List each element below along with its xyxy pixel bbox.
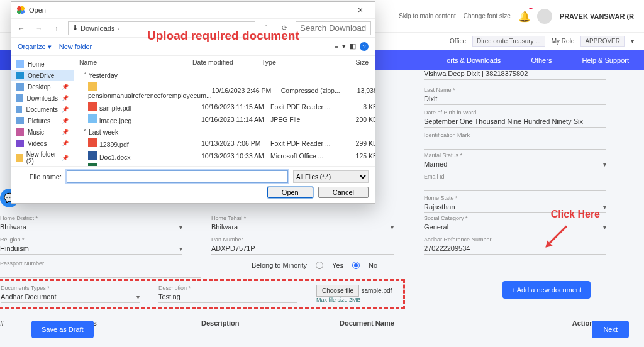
choose-file-button[interactable]: Choose file: [316, 285, 359, 297]
sidebar-item-pictures[interactable]: Pictures📌: [11, 115, 74, 126]
add-document-button[interactable]: + Add a new document: [502, 281, 591, 299]
pin-icon: 📌: [62, 140, 69, 146]
file-group[interactable]: Yesterday: [74, 69, 375, 80]
hdist-label: Home District *: [0, 215, 182, 221]
htehsil-label: Home Tehsil *: [211, 215, 394, 221]
idmark-label: Identification Mark: [424, 132, 606, 138]
click-here-annotation: Click Here: [551, 209, 600, 220]
sidebar-label: Documents: [26, 106, 58, 113]
sidebar-item-onedrive[interactable]: OneDrive: [11, 70, 74, 81]
office-select[interactable]: Directorate Treasury ...: [472, 36, 545, 47]
pin-icon: 📌: [62, 129, 69, 135]
bell-icon[interactable]: 🔔: [518, 11, 530, 22]
new-folder-button[interactable]: New folder: [59, 43, 92, 50]
idmark-input[interactable]: [424, 138, 606, 150]
doctype-label: Documents Types *: [1, 285, 140, 291]
folder-icon: [16, 106, 22, 113]
filename-input[interactable]: [67, 170, 288, 183]
view-list-icon[interactable]: ≡: [335, 42, 338, 51]
sidebar-item-videos[interactable]: Videos📌: [11, 138, 74, 149]
file-row[interactable]: sample.pdf10/16/2023 11:15 AMFoxit PDF R…: [74, 101, 375, 113]
sidebar-item-downloads[interactable]: Downloads📌: [11, 92, 74, 104]
sidebar-item-new-folder-2-[interactable]: New folder (2)📌: [11, 149, 74, 166]
pin-icon: 📌: [62, 106, 69, 113]
file-row[interactable]: pensionmanualreferenceforemployeeum...10…: [74, 80, 375, 101]
minority-label: Belong to Minority: [252, 262, 307, 269]
search-input[interactable]: [296, 21, 371, 35]
col-docname: Document Name: [340, 319, 465, 327]
font-size-link[interactable]: Change font size: [464, 13, 511, 19]
folder-icon: [16, 83, 24, 91]
religion-select[interactable]: Hinduism: [0, 243, 182, 255]
pin-icon: 📌: [62, 84, 69, 90]
max-file-size: Max file size 2MB: [316, 297, 361, 303]
open-button[interactable]: Open: [267, 187, 313, 198]
folder-icon: [16, 117, 24, 124]
col-name[interactable]: Name: [79, 58, 192, 66]
folder-icon: [16, 94, 23, 102]
sidebar-item-desktop[interactable]: Desktop📌: [11, 81, 74, 92]
no-label: No: [369, 262, 377, 269]
sidebar-label: Home: [28, 61, 45, 68]
download-folder-icon: ⬇: [72, 24, 78, 32]
folder-icon: [16, 154, 23, 162]
docdesc-label: Description *: [158, 285, 297, 291]
sidebar-label: Pictures: [28, 118, 50, 124]
sidebar-item-documents[interactable]: Documents📌: [11, 104, 74, 115]
next-button[interactable]: Next: [592, 321, 629, 338]
sidebar-label: Videos: [28, 140, 47, 147]
lastname-input[interactable]: Dixit: [424, 93, 606, 105]
file-icon: [88, 114, 97, 123]
sidebar-label: OneDrive: [28, 72, 54, 79]
chevron-down-icon[interactable]: ▾: [631, 38, 634, 45]
file-row[interactable]: image.jpeg10/16/2023 11:14 AMJPEG File20…: [74, 113, 375, 126]
doctype-select[interactable]: Aadhar Document: [1, 291, 140, 303]
file-row[interactable]: 12899.pdf10/13/2023 7:06 PMFoxit PDF Rea…: [74, 137, 375, 150]
file-icon: [88, 82, 97, 91]
organize-menu[interactable]: Organize ▾: [18, 43, 52, 51]
help-icon[interactable]: ?: [360, 42, 369, 51]
save-draft-button[interactable]: Save as Draft: [31, 321, 94, 338]
cancel-button[interactable]: Cancel: [318, 187, 369, 198]
up-icon[interactable]: ↑: [50, 25, 63, 32]
role-select[interactable]: APPROVER: [580, 36, 625, 47]
yes-label: Yes: [332, 262, 343, 269]
dialog-title: Open: [29, 6, 46, 14]
file-group[interactable]: Last week: [74, 126, 375, 137]
col-date[interactable]: Date modified: [192, 58, 262, 66]
minority-no-radio[interactable]: [352, 262, 360, 269]
sidebar-item-home[interactable]: Home: [11, 58, 74, 70]
mstatus-select[interactable]: Married: [424, 158, 606, 170]
path-crumb[interactable]: Downloads: [80, 25, 114, 32]
upload-annotation: Upload required document: [147, 29, 299, 43]
hdist-select[interactable]: Bhilwara: [0, 221, 182, 233]
chrome-icon: [16, 6, 25, 14]
filetype-select[interactable]: All Files (*.*): [293, 170, 369, 183]
file-icon: [88, 138, 97, 147]
col-type[interactable]: Type: [262, 58, 331, 66]
lastname-label: Last Name *: [424, 87, 606, 93]
pin-icon: 📌: [62, 155, 69, 161]
hstate-label: Home State *: [424, 195, 606, 201]
back-icon[interactable]: ←: [15, 25, 28, 32]
sidebar-item-music[interactable]: Music📌: [11, 126, 74, 138]
minority-yes-radio[interactable]: [316, 262, 323, 269]
scat-select[interactable]: General: [424, 221, 606, 233]
aadhar-input[interactable]: 270222209534: [424, 243, 606, 255]
avatar[interactable]: [537, 9, 552, 24]
skip-link[interactable]: Skip to main content: [399, 13, 456, 19]
document-upload-row: Documents Types *Aadhar Document Descrip…: [0, 279, 405, 309]
mstatus-label: Marital Status *: [424, 152, 606, 158]
email-input[interactable]: [424, 180, 606, 191]
htehsil-select[interactable]: Bhilwara: [211, 221, 394, 233]
col-size[interactable]: Size: [331, 58, 369, 66]
chosen-file: sample.pdf: [361, 287, 392, 294]
close-icon[interactable]: ×: [351, 5, 370, 15]
preview-icon[interactable]: ◧: [350, 42, 356, 51]
passport-label: Passport Number: [0, 260, 201, 267]
file-row[interactable]: Doc1.docx10/13/2023 10:33 AMMicrosoft Of…: [74, 150, 375, 162]
pan-input[interactable]: ADXPD7571P: [211, 243, 394, 255]
docdesc-input[interactable]: Testing: [158, 291, 297, 303]
dobw-input[interactable]: September One Thousand Nine Hundred Nine…: [424, 116, 606, 128]
dobw-label: Date of Birth in Word: [424, 109, 606, 116]
